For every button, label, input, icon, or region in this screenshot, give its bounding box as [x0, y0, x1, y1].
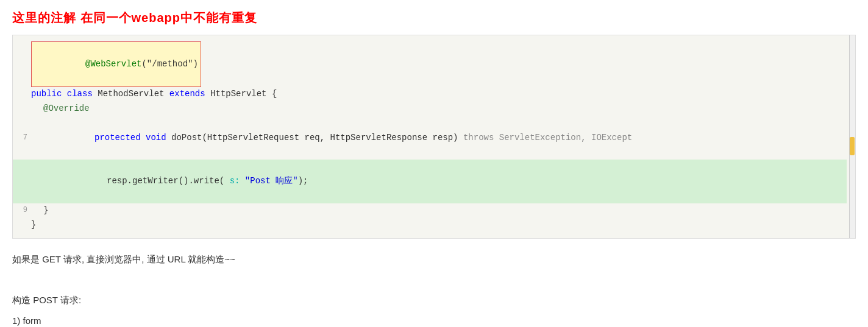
annotation-at: @WebServlet — [85, 59, 141, 69]
code-block: @WebServlet("/method") public class Meth… — [12, 35, 856, 239]
code-line-2: public class MethodServlet extends HttpS… — [13, 87, 847, 102]
code-line-5: resp.getWriter().write( s: "Post 响应"); — [13, 160, 847, 203]
line-num-7: 7 — [16, 132, 27, 144]
method-name: doPost(HttpServletRequest req, HttpServl… — [171, 133, 463, 142]
code-line-6: 9 } — [13, 203, 847, 218]
kw-public: public — [31, 87, 67, 102]
annotation-highlight: @WebServlet("/method") — [31, 41, 201, 87]
code-line-4: 7 protected void doPost(HttpServletReque… — [13, 116, 847, 160]
string-value: "Post 响应" — [245, 176, 298, 186]
param-s: s: — [224, 176, 245, 186]
code-line-4-content: protected void doPost(HttpServletRequest… — [31, 116, 632, 160]
code-content: @WebServlet("/method") public class Meth… — [13, 41, 855, 232]
inner-brace: } — [31, 203, 48, 218]
line-num-9: 9 — [16, 204, 27, 216]
title-annotation: 这里的注解 在同一个webapp中不能有重复 — [12, 10, 856, 26]
code-line-1: @WebServlet("/method") — [13, 41, 847, 87]
override-annotation: @Override — [31, 102, 90, 116]
closing-paren: ); — [298, 176, 308, 186]
kw-protected: protected — [94, 133, 146, 142]
code-line-7: } — [13, 218, 847, 233]
throws-types: ServletException, IOExcept — [499, 133, 632, 142]
kw-throws: throws — [463, 133, 499, 142]
text-line-4: 1) form — [12, 311, 856, 327]
class-name: MethodServlet — [98, 87, 169, 102]
text-line-3: 构造 POST 请求: — [12, 290, 856, 310]
kw-extends: extends — [169, 87, 210, 102]
kw-class: class — [67, 87, 98, 102]
page-container: 这里的注解 在同一个webapp中不能有重复 @WebServlet("/met… — [0, 0, 868, 327]
outer-brace: } — [31, 218, 36, 233]
text-line-blank — [12, 270, 856, 290]
text-section: 如果是 GET 请求, 直接浏览器中, 通过 URL 就能构造~~ 构造 POS… — [12, 250, 856, 327]
scrollbar[interactable] — [849, 35, 855, 238]
kw-void: void — [146, 133, 171, 142]
text-line-1: 如果是 GET 请求, 直接浏览器中, 通过 URL 就能构造~~ — [12, 250, 856, 269]
resp-call: resp.getWriter().write( — [107, 176, 224, 186]
code-line-5-content: resp.getWriter().write( s: "Post 响应"); — [31, 160, 308, 203]
annotation-param: ("/method") — [141, 59, 197, 69]
code-line-3: @Override — [13, 102, 847, 116]
class-extends: HttpServlet { — [210, 87, 277, 102]
scrollbar-thumb[interactable] — [850, 137, 855, 155]
